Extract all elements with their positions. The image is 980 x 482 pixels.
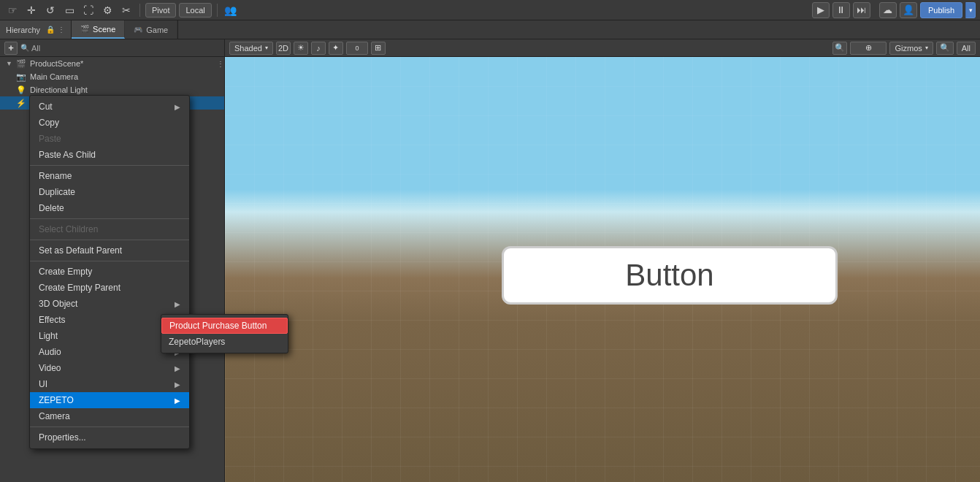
product-scene-label: ProductScene* xyxy=(30,59,83,68)
2d-button[interactable]: 2D xyxy=(276,42,291,55)
gizmos-label: Gizmos xyxy=(895,44,922,53)
cm-cut[interactable]: Cut ▶ xyxy=(30,99,189,115)
event-icon: ⚡ xyxy=(16,99,26,108)
sep-4 xyxy=(30,261,189,261)
search-icon: 🔍 xyxy=(20,44,29,52)
cm-rename[interactable]: Rename xyxy=(30,168,189,184)
audio-icon-btn[interactable]: ♪ xyxy=(311,42,326,55)
cm-properties[interactable]: Properties... xyxy=(30,429,189,445)
tab-game[interactable]: 🎮 Game xyxy=(125,20,177,39)
local-button[interactable]: Local xyxy=(179,3,211,18)
cut-arrow: ▶ xyxy=(175,103,180,111)
search-all-label: All xyxy=(31,44,40,53)
scene-toolbar-right: 🔍 ⊕ Gizmos ▾ 🔍 All xyxy=(832,42,976,55)
tab-scene[interactable]: 🎬 Scene xyxy=(72,20,125,39)
rect-icon[interactable]: ▭ xyxy=(61,2,77,18)
all-dropdown[interactable]: All xyxy=(957,42,976,55)
cm-ui[interactable]: UI ▶ xyxy=(30,376,189,392)
main-camera-item[interactable]: 📷 Main Camera xyxy=(0,70,224,83)
scene-game-tabs: 🎬 Scene 🎮 Game xyxy=(72,20,178,39)
stats-icon-btn[interactable]: 0 xyxy=(346,42,368,55)
add-object-button[interactable]: + xyxy=(4,42,18,55)
layers-btn[interactable]: ⊕ xyxy=(850,42,887,55)
effects-icon-btn[interactable]: ✦ xyxy=(329,42,343,55)
search-area: 🔍 All xyxy=(20,44,40,53)
settings-icon[interactable]: ⚙ xyxy=(99,2,115,18)
cm-paste-as-child[interactable]: Paste As Child xyxy=(30,147,189,163)
hierarchy-toolbar: + 🔍 All xyxy=(0,39,224,57)
cm-delete[interactable]: Delete xyxy=(30,200,189,216)
cm-duplicate[interactable]: Duplicate xyxy=(30,184,189,200)
hierarchy-lock-icon: 🔒 xyxy=(46,26,55,34)
search-scene-icon[interactable]: 🔍 xyxy=(936,42,954,55)
tab-bar: Hierarchy 🔒 ⋮ 🎬 Scene 🎮 Game xyxy=(0,20,980,39)
play-button[interactable]: ▶ xyxy=(812,2,830,18)
publish-dropdown[interactable]: ▾ xyxy=(965,2,976,18)
gizmos-dropdown[interactable]: Gizmos ▾ xyxy=(889,42,933,55)
publish-label: Publish xyxy=(928,6,954,15)
pivot-button[interactable]: Pivot xyxy=(145,3,176,18)
pause-button[interactable]: ⏸ xyxy=(832,2,850,18)
undo-icon[interactable]: ↺ xyxy=(42,2,58,18)
directional-light-label: Directional Light xyxy=(30,85,88,94)
zepeto-players-label: ZepetoPlayers xyxy=(169,337,225,347)
submenu-zepeto-players[interactable]: ZepetoPlayers xyxy=(161,334,288,350)
main-camera-label: Main Camera xyxy=(30,72,78,81)
shading-dropdown[interactable]: Shaded ▾ xyxy=(229,42,273,55)
transform-icon[interactable]: ⛶ xyxy=(80,2,96,18)
cm-camera[interactable]: Camera xyxy=(30,408,189,424)
cm-video[interactable]: Video ▶ xyxy=(30,360,189,376)
cm-copy[interactable]: Copy xyxy=(30,115,189,131)
top-toolbar: ☞ ✛ ↺ ▭ ⛶ ⚙ ✂ Pivot Local 👥 ▶ ⏸ ⏭ ☁ 👤 Pu… xyxy=(0,0,980,20)
sep-5 xyxy=(30,426,189,427)
video-arrow: ▶ xyxy=(175,364,180,372)
hand-icon[interactable]: ☞ xyxy=(4,2,20,18)
gizmos-arrow: ▾ xyxy=(925,45,928,51)
scene-view[interactable]: Shaded ▾ 2D ☀ ♪ ✦ 0 ⊞ 🔍 ⊕ Gizmos ▾ 🔍 All xyxy=(225,39,980,482)
all-label: All xyxy=(962,44,971,53)
cloud-icon[interactable]: ☁ xyxy=(879,2,897,18)
main-layout: + 🔍 All ▼ 🎬 ProductScene* ⋮ 📷 Main Camer… xyxy=(0,39,980,482)
separator-1 xyxy=(139,4,140,17)
product-scene-item[interactable]: ▼ 🎬 ProductScene* ⋮ xyxy=(0,57,224,70)
hierarchy-panel-header[interactable]: Hierarchy 🔒 ⋮ xyxy=(0,20,72,39)
sep-2 xyxy=(30,218,189,219)
scene-search-icon[interactable]: 🔍 xyxy=(832,42,847,55)
scene-background: Button xyxy=(225,57,980,482)
cm-create-empty[interactable]: Create Empty xyxy=(30,264,189,280)
scene-options-icon[interactable]: ⋮ xyxy=(217,60,224,68)
hierarchy-menu-icon[interactable]: ⋮ xyxy=(58,26,65,34)
expand-arrow: ▼ xyxy=(6,60,12,67)
ui-arrow: ▶ xyxy=(175,380,180,389)
zepeto-arrow: ▶ xyxy=(175,397,180,405)
right-toolbar: ☁ 👤 Publish ▾ xyxy=(879,2,976,18)
grid-icon-btn[interactable]: ⊞ xyxy=(371,42,386,55)
local-label: Local xyxy=(185,6,204,15)
cm-3d-object[interactable]: 3D Object ▶ xyxy=(30,296,189,312)
shading-arrow: ▾ xyxy=(265,45,268,51)
hierarchy-tab-label: Hierarchy xyxy=(6,26,40,34)
scene-button-label: Button xyxy=(625,258,713,293)
collab-icon[interactable]: 👥 xyxy=(223,2,239,18)
account-icon[interactable]: 👤 xyxy=(900,2,917,18)
3d-arrow: ▶ xyxy=(175,300,180,308)
publish-button[interactable]: Publish xyxy=(920,2,962,18)
game-tab-label: Game xyxy=(146,26,168,34)
play-controls: ▶ ⏸ ⏭ xyxy=(812,2,870,18)
shading-label: Shaded xyxy=(234,44,262,53)
separator-2 xyxy=(217,4,218,17)
cm-select-children: Select Children xyxy=(30,221,189,237)
camera-icon: 📷 xyxy=(16,72,26,82)
scene-tab-label: Scene xyxy=(93,25,115,34)
step-button[interactable]: ⏭ xyxy=(853,2,870,18)
hierarchy-panel: + 🔍 All ▼ 🎬 ProductScene* ⋮ 📷 Main Camer… xyxy=(0,39,225,482)
light-icon: 💡 xyxy=(16,85,26,95)
tools-icon[interactable]: ✂ xyxy=(118,2,134,18)
cm-zepeto[interactable]: ZEPETO ▶ xyxy=(30,392,189,408)
submenu-product-purchase[interactable]: Product Purchase Button xyxy=(161,318,288,334)
cm-set-default-parent[interactable]: Set as Default Parent xyxy=(30,242,189,259)
lighting-icon-btn[interactable]: ☀ xyxy=(294,42,308,55)
move-icon[interactable]: ✛ xyxy=(23,2,39,18)
scene-toolbar: Shaded ▾ 2D ☀ ♪ ✦ 0 ⊞ 🔍 ⊕ Gizmos ▾ 🔍 All xyxy=(225,39,980,57)
cm-create-empty-parent[interactable]: Create Empty Parent xyxy=(30,280,189,296)
